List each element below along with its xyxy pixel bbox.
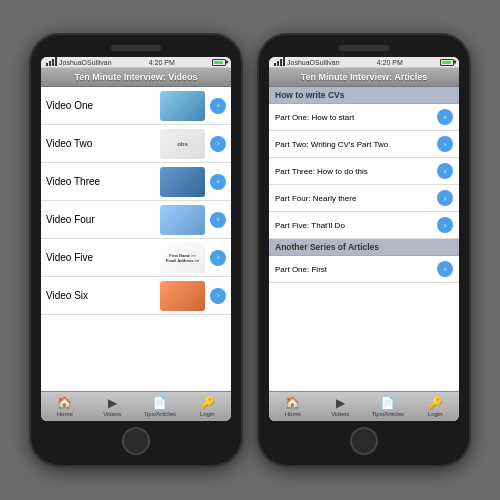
tab-label-home-left: Home: [57, 411, 73, 417]
status-bar-left: JoshuaOSullivan 4:20 PM: [41, 57, 231, 68]
carrier-left: JoshuaOSullivan: [59, 59, 112, 66]
chevron-6[interactable]: ›: [210, 288, 226, 304]
video-thumb-5: First Name >>Email Address >>: [160, 243, 205, 273]
tab-label-videos-left: Videos: [103, 411, 121, 417]
login-icon-right: 🔑: [428, 396, 443, 410]
tab-videos-right[interactable]: ▶ Videos: [317, 394, 365, 419]
phone-articles: JoshuaOSullivan 4:20 PM Ten Minute Inter…: [259, 35, 469, 465]
section-header-2: Another Series of Articles: [269, 239, 459, 256]
list-item[interactable]: Video One ›: [41, 87, 231, 125]
tab-bar-left: 🏠 Home ▶ Videos 📄 Tips/Articles 🔑 Login: [41, 391, 231, 421]
article-label-1-5: Part Five: That'll Do: [275, 221, 437, 230]
video-label-6: Video Six: [46, 290, 160, 301]
articles-icon-right: 📄: [380, 396, 395, 410]
article-chevron-1-2[interactable]: ›: [437, 136, 453, 152]
article-label-1-2: Part Two: Writing CV's Part Two: [275, 140, 437, 149]
tab-login-right[interactable]: 🔑 Login: [412, 394, 460, 419]
list-item[interactable]: Video Six ›: [41, 277, 231, 315]
signal-icon: [46, 58, 57, 66]
list-item[interactable]: Part One: How to start ›: [269, 104, 459, 131]
signal-icon-right: [274, 58, 285, 66]
tab-label-home-right: Home: [285, 411, 301, 417]
list-item[interactable]: Video Three ›: [41, 163, 231, 201]
chevron-3[interactable]: ›: [210, 174, 226, 190]
video-thumb-3: [160, 167, 205, 197]
chevron-4[interactable]: ›: [210, 212, 226, 228]
list-item[interactable]: Part Four: Nearly there ›: [269, 185, 459, 212]
tab-home-left[interactable]: 🏠 Home: [41, 394, 89, 419]
battery-icon-left: [212, 59, 226, 66]
video-icon-left: ▶: [108, 396, 117, 410]
list-item[interactable]: Part Two: Writing CV's Part Two ›: [269, 131, 459, 158]
phone-videos: JoshuaOSullivan 4:20 PM Ten Minute Inter…: [31, 35, 241, 465]
list-item[interactable]: Video Four ›: [41, 201, 231, 239]
chevron-2[interactable]: ›: [210, 136, 226, 152]
video-icon-right: ▶: [336, 396, 345, 410]
articles-icon-left: 📄: [152, 396, 167, 410]
tab-home-right[interactable]: 🏠 Home: [269, 394, 317, 419]
nav-title-right: Ten Minute Interview: Articles: [301, 72, 428, 82]
tab-articles-left[interactable]: 📄 Tips/Articles: [136, 394, 184, 419]
tab-login-left[interactable]: 🔑 Login: [184, 394, 232, 419]
list-item[interactable]: Part Three: How to do this ›: [269, 158, 459, 185]
tab-label-videos-right: Videos: [331, 411, 349, 417]
chevron-1[interactable]: ›: [210, 98, 226, 114]
speaker-left: [111, 45, 161, 51]
nav-bar-left: Ten Minute Interview: Videos: [41, 68, 231, 87]
tab-videos-left[interactable]: ▶ Videos: [89, 394, 137, 419]
article-chevron-1-1[interactable]: ›: [437, 109, 453, 125]
tab-label-login-left: Login: [200, 411, 215, 417]
list-item[interactable]: Video Two obs ›: [41, 125, 231, 163]
tab-label-articles-right: Tips/Articles: [372, 411, 404, 417]
section-header-1: How to write CVs: [269, 87, 459, 104]
list-item[interactable]: Video Five First Name >>Email Address >>…: [41, 239, 231, 277]
article-label-1-4: Part Four: Nearly there: [275, 194, 437, 203]
article-label-2-1: Part One: First: [275, 265, 437, 274]
status-bar-right: JoshuaOSullivan 4:20 PM: [269, 57, 459, 68]
nav-title-left: Ten Minute Interview: Videos: [74, 72, 197, 82]
video-thumb-1: [160, 91, 205, 121]
video-thumb-2: obs: [160, 129, 205, 159]
carrier-right: JoshuaOSullivan: [287, 59, 340, 66]
time-right: 4:20 PM: [377, 59, 403, 66]
home-button-right[interactable]: [350, 427, 378, 455]
list-item[interactable]: Part One: First ›: [269, 256, 459, 283]
video-thumb-6: [160, 281, 205, 311]
video-label-3: Video Three: [46, 176, 160, 187]
time-left: 4:20 PM: [149, 59, 175, 66]
home-button-left[interactable]: [122, 427, 150, 455]
screen-videos: JoshuaOSullivan 4:20 PM Ten Minute Inter…: [41, 57, 231, 421]
tab-articles-right[interactable]: 📄 Tips/Articles: [364, 394, 412, 419]
article-chevron-1-4[interactable]: ›: [437, 190, 453, 206]
tab-label-articles-left: Tips/Articles: [144, 411, 176, 417]
tab-label-login-right: Login: [428, 411, 443, 417]
nav-bar-right: Ten Minute Interview: Articles: [269, 68, 459, 87]
article-chevron-2-1[interactable]: ›: [437, 261, 453, 277]
screen-articles: JoshuaOSullivan 4:20 PM Ten Minute Inter…: [269, 57, 459, 421]
login-icon-left: 🔑: [200, 396, 215, 410]
article-chevron-1-3[interactable]: ›: [437, 163, 453, 179]
home-icon-right: 🏠: [285, 396, 300, 410]
video-label-2: Video Two: [46, 138, 160, 149]
article-chevron-1-5[interactable]: ›: [437, 217, 453, 233]
battery-icon-right: [440, 59, 454, 66]
chevron-5[interactable]: ›: [210, 250, 226, 266]
video-label-5: Video Five: [46, 252, 160, 263]
articles-list: How to write CVs Part One: How to start …: [269, 87, 459, 391]
speaker-right: [339, 45, 389, 51]
video-thumb-4: [160, 205, 205, 235]
list-item[interactable]: Part Five: That'll Do ›: [269, 212, 459, 239]
video-label-4: Video Four: [46, 214, 160, 225]
article-label-1-3: Part Three: How to do this: [275, 167, 437, 176]
home-icon-left: 🏠: [57, 396, 72, 410]
video-list: Video One › Video Two obs › Video Three …: [41, 87, 231, 391]
tab-bar-right: 🏠 Home ▶ Videos 📄 Tips/Articles 🔑 Login: [269, 391, 459, 421]
article-label-1-1: Part One: How to start: [275, 113, 437, 122]
video-label-1: Video One: [46, 100, 160, 111]
